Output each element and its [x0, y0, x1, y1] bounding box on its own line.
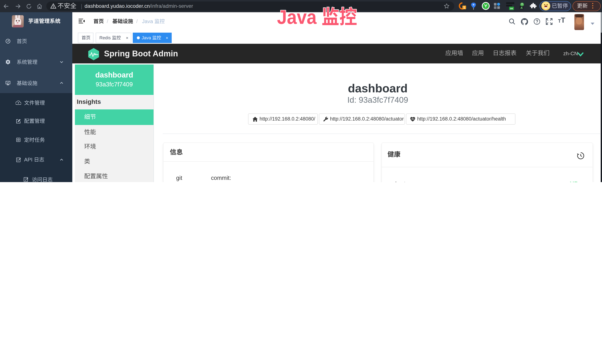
svg-text:on: on — [510, 7, 513, 10]
svg-text:1: 1 — [463, 6, 465, 9]
